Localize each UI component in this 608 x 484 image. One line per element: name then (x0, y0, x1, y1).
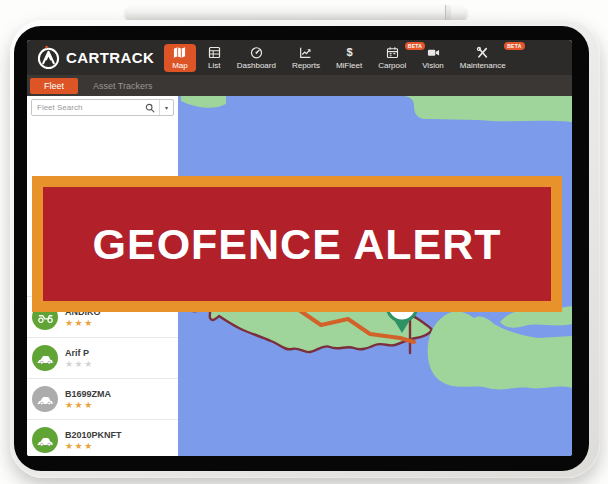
tools-icon (476, 46, 489, 59)
fleet-row[interactable]: B1699ZMA ★★★ (27, 379, 178, 420)
tab-fleet[interactable]: Fleet (30, 78, 78, 94)
brand-name: CARTRACK (66, 49, 154, 66)
vehicle-name: B2010PKNFT (65, 430, 122, 440)
beta-badge: BETA (504, 42, 524, 50)
tab-bar: Fleet Asset Trackers (27, 75, 572, 96)
top-navbar: CARTRACK Map List (27, 40, 572, 75)
svg-text:$: $ (346, 46, 353, 58)
nav-menu: Map List Dashboard (162, 40, 513, 75)
search-icon[interactable] (145, 103, 155, 113)
nav-item-label: Reports (292, 61, 320, 70)
nav-item-dashboard[interactable]: Dashboard (229, 40, 284, 75)
car-icon (37, 434, 54, 447)
car-icon (37, 352, 54, 365)
reports-icon (299, 46, 312, 59)
nav-item-label: Dashboard (237, 61, 276, 70)
nav-item-label: Maintenance (460, 61, 506, 70)
motorcycle-icon (37, 311, 54, 324)
dollar-icon: $ (343, 46, 356, 59)
search-row: ▾ (27, 96, 178, 119)
nav-item-carpool[interactable]: BETA Carpool (370, 40, 414, 75)
nav-item-label: List (208, 61, 220, 70)
vehicle-status-circle (32, 427, 58, 453)
geofence-alert-text: GEOFENCE ALERT (93, 220, 502, 269)
fleet-row[interactable]: B2010PKNFT ★★★ (27, 420, 178, 456)
tab-asset-trackers[interactable]: Asset Trackers (93, 81, 153, 91)
vehicle-rating: ★★★ (65, 442, 122, 451)
nav-item-label: Vision (422, 61, 444, 70)
nav-item-label: Carpool (378, 61, 406, 70)
map-icon (173, 46, 186, 59)
fleet-search-input[interactable] (32, 103, 141, 112)
cartrack-logo[interactable]: CARTRACK (36, 45, 154, 70)
vehicle-rating: ★★★ (65, 360, 94, 369)
stylus (125, 5, 467, 21)
nav-item-map[interactable]: Map (164, 44, 196, 72)
list-icon (208, 46, 221, 59)
vehicle-name: Arif P (65, 348, 94, 358)
nav-item-list[interactable]: List (200, 40, 229, 75)
app-screen: CARTRACK Map List (27, 40, 572, 456)
stylus-cap (445, 5, 451, 21)
vehicle-rating: ★★★ (65, 401, 111, 410)
calendar-icon (386, 46, 399, 59)
vehicle-status-circle (32, 386, 58, 412)
fleet-row[interactable]: Arif P ★★★ (27, 338, 178, 379)
nav-item-mifleet[interactable]: $ MiFleet (328, 40, 370, 75)
car-icon (37, 393, 54, 406)
camera-icon (427, 46, 440, 59)
nav-item-vision[interactable]: Vision (414, 40, 452, 75)
nav-item-maintenance[interactable]: BETA Maintenance (452, 40, 514, 75)
nav-item-label: Map (172, 61, 188, 70)
vehicle-rating: ★★★ (65, 319, 101, 328)
geofence-alert-banner[interactable]: GEOFENCE ALERT (32, 176, 562, 312)
vehicle-status-circle (32, 345, 58, 371)
search-dropdown-caret[interactable]: ▾ (160, 104, 173, 111)
dashboard-icon (250, 46, 263, 59)
fleet-search-box: ▾ (31, 99, 174, 116)
nav-item-reports[interactable]: Reports (284, 40, 328, 75)
cartrack-logo-icon (36, 45, 61, 70)
vehicle-name: B1699ZMA (65, 389, 111, 399)
nav-item-label: MiFleet (336, 61, 362, 70)
main-content: ▾ (27, 96, 572, 456)
